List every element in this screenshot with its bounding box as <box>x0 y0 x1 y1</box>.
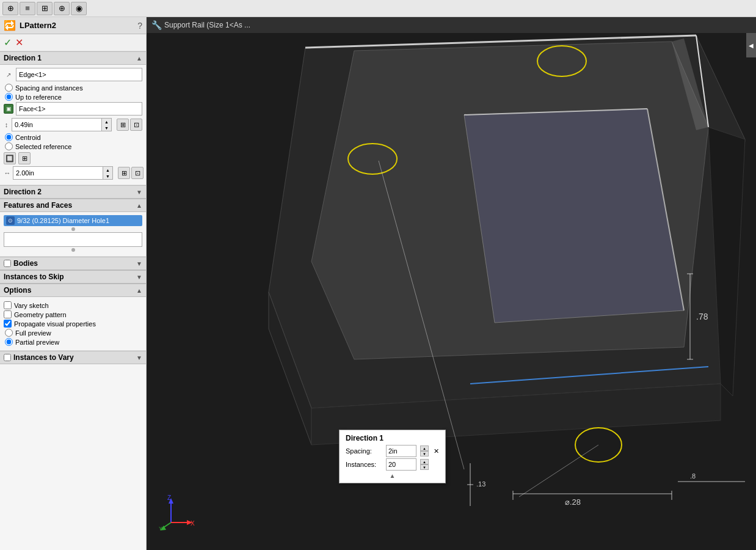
collapse-arrow[interactable]: ◀ <box>746 33 756 57</box>
cancel-button[interactable]: ✕ <box>15 37 23 48</box>
face-input[interactable] <box>16 102 142 116</box>
spacing-spin-down[interactable]: ▼ <box>103 173 112 179</box>
features-content: ⊙ 9/32 (0.28125) Diameter Hole1 <box>0 212 146 257</box>
tooltip-spacing-row: Spacing: ▲ ▼ ✕ <box>346 445 439 457</box>
options-label: Options <box>4 286 31 295</box>
tooltip-instances-down[interactable]: ▼ <box>420 464 429 470</box>
propagate-checkbox[interactable] <box>4 320 12 328</box>
axis-indicator: Z X Y <box>159 495 195 532</box>
tooltip-spacing-up[interactable]: ▲ <box>420 446 429 451</box>
spacing-small-btn1[interactable]: ⊞ <box>118 167 130 179</box>
tooltip-collapse[interactable]: ▲ <box>346 472 439 479</box>
panel-title: LPattern2 <box>20 21 56 30</box>
centroid-label: Centroid <box>15 134 41 141</box>
radio-selected-reference[interactable] <box>5 142 13 150</box>
toolbar-btn-4[interactable]: ⊕ <box>54 2 70 15</box>
toolbar-btn-3[interactable]: ⊞ <box>37 2 53 15</box>
geometry-pattern-row: Geometry pattern <box>4 310 142 318</box>
dir1-icon-btn2[interactable]: ⊞ <box>18 152 31 164</box>
radio-centroid[interactable] <box>5 133 13 141</box>
partial-preview-label: Partial preview <box>15 339 59 346</box>
viewport[interactable]: 🔧 Support Rail (Size 1<As ... ◀ <box>147 17 756 550</box>
toolbar-btn-1[interactable]: ⊕ <box>2 2 18 15</box>
spacing-spinner: ▲ ▼ <box>103 167 112 179</box>
edge-row: ↗ <box>4 68 142 81</box>
options-header[interactable]: Options ▲ <box>0 284 146 297</box>
help-icon[interactable]: ? <box>137 21 142 31</box>
spacing-icon: ↔ <box>4 168 10 178</box>
offset-spinner: ▲ ▼ <box>101 119 111 131</box>
breadcrumb-icon: 🔧 <box>151 20 162 30</box>
3d-scene: .78 ⌀.28 .13 .8 <box>147 17 756 550</box>
offset-small-btn2[interactable]: ⊡ <box>130 119 142 131</box>
options-chevron: ▲ <box>136 287 142 294</box>
tooltip-spacing-down[interactable]: ▼ <box>420 451 429 457</box>
vary-sketch-label: Vary sketch <box>14 302 49 309</box>
tooltip-instances-row: Instances: ▲ ▼ <box>346 458 439 471</box>
vary-sketch-checkbox[interactable] <box>4 301 12 309</box>
instances-skip-header[interactable]: Instances to Skip ▼ <box>0 270 146 284</box>
spacing-row: ↔ ▲ ▼ ⊞ ⊡ <box>4 166 142 180</box>
toolbar-btn-2[interactable]: ≡ <box>20 2 35 15</box>
direction1-header[interactable]: Direction 1 ▲ <box>0 51 146 65</box>
z-axis-label: Z <box>167 495 171 501</box>
radio-partial-preview[interactable] <box>5 338 13 346</box>
edge-icon: ↗ <box>4 70 13 79</box>
bodies-header-group: Bodies <box>4 259 38 268</box>
toolbar-btn-5[interactable]: ◉ <box>71 2 87 15</box>
instances-vary-checkbox[interactable] <box>4 354 11 361</box>
offset-small-btn1[interactable]: ⊞ <box>117 119 129 131</box>
radio-up-to-reference[interactable] <box>5 93 13 101</box>
offset-spin-up[interactable]: ▲ <box>102 119 111 125</box>
bodies-header[interactable]: Bodies ▼ <box>0 257 146 270</box>
instances-vary-chevron: ▼ <box>136 354 142 361</box>
y-axis-label: Y <box>159 526 162 531</box>
tooltip-spacing-input[interactable] <box>386 445 416 457</box>
features-chevron: ▲ <box>136 202 142 209</box>
tooltip-instances-up[interactable]: ▲ <box>420 459 429 464</box>
radio-spacing-row: Spacing and instances <box>4 84 142 92</box>
direction2-header[interactable]: Direction 2 ▼ <box>0 185 146 199</box>
radio-uptoreference-row: Up to reference <box>4 93 142 101</box>
face-row: ▣ <box>4 102 142 116</box>
radio-spacing[interactable] <box>5 84 13 92</box>
bodies-chevron: ▼ <box>136 260 142 267</box>
direction2-chevron: ▼ <box>136 189 142 196</box>
action-row: ✓ ✕ <box>0 34 146 51</box>
full-preview-row: Full preview <box>4 329 142 337</box>
panel-header: 🔁 LPattern2 ? <box>0 17 146 34</box>
radio-full-preview[interactable] <box>5 329 13 337</box>
tooltip-instances-input[interactable] <box>386 458 416 471</box>
tooltip-spacing-label: Spacing: <box>346 447 382 455</box>
svg-marker-6 <box>464 109 684 323</box>
geometry-pattern-label: Geometry pattern <box>14 311 67 318</box>
offset-icon: ↕ <box>4 120 9 130</box>
svg-text:⌀.28: ⌀.28 <box>565 497 581 507</box>
dir1-icon-btn1[interactable]: 🔲 <box>4 152 16 164</box>
instances-skip-chevron: ▼ <box>136 274 142 280</box>
edge-input[interactable] <box>16 68 142 81</box>
direction2-label: Direction 2 <box>4 188 42 196</box>
tooltip-close[interactable]: ✕ <box>434 447 439 455</box>
features-faces-label: Features and Faces <box>4 201 72 210</box>
main-layout: 🔁 LPattern2 ? ✓ ✕ Direction 1 ▲ ↗ <box>0 17 756 550</box>
geometry-pattern-checkbox[interactable] <box>4 310 12 318</box>
spacing-input-wrap: ▲ ▼ <box>13 166 113 180</box>
spacing-input[interactable] <box>13 169 103 177</box>
spacing-spin-up[interactable]: ▲ <box>103 167 112 173</box>
radio-uptoreference-label: Up to reference <box>15 94 62 101</box>
spacing-small-btn2[interactable]: ⊡ <box>131 167 144 179</box>
offset-input[interactable] <box>12 121 101 128</box>
tooltip-instances-label: Instances: <box>346 461 382 468</box>
options-content: Vary sketch Geometry pattern Propagate v… <box>0 297 146 351</box>
bodies-checkbox[interactable] <box>4 260 11 267</box>
accept-button[interactable]: ✓ <box>4 37 12 48</box>
instances-vary-header[interactable]: Instances to Vary ▼ <box>0 351 146 364</box>
direction1-label: Direction 1 <box>4 54 42 62</box>
spacing-icon-wrap: ⊞ ⊡ <box>118 167 144 179</box>
face-icon: ▣ <box>4 104 13 114</box>
breadcrumb-text: Support Rail (Size 1<As ... <box>164 21 250 29</box>
offset-spin-down[interactable]: ▼ <box>102 125 111 131</box>
features-faces-header[interactable]: Features and Faces ▲ <box>0 199 146 212</box>
feature-list-item[interactable]: ⊙ 9/32 (0.28125) Diameter Hole1 <box>4 215 142 226</box>
